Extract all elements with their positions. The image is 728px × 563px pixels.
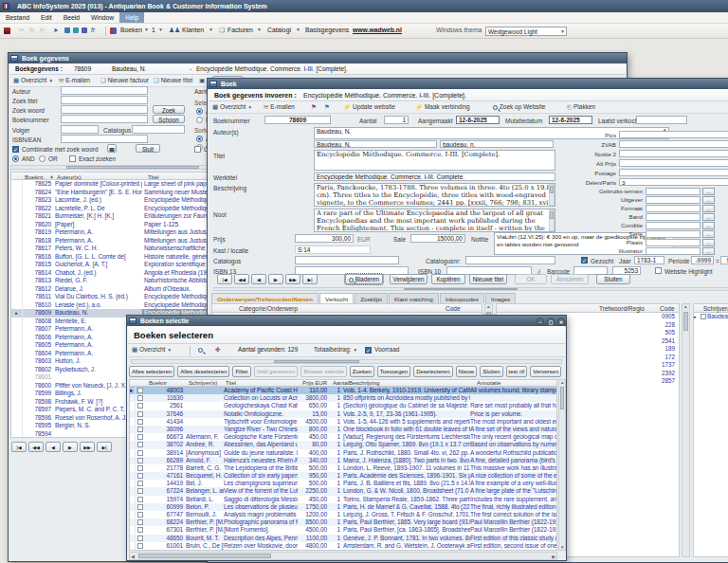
schoon-button[interactable]: Schoon [153,115,185,123]
combinatie-checkbox[interactable] [12,146,19,153]
toolbar-boeken[interactable]: Boeken [120,27,142,33]
nav-fast-prev-button[interactable]: ◀◀ [28,442,44,452]
plakken-button[interactable]: ⎗ Plakken [567,103,595,111]
maximize-button[interactable]: ▢ [547,318,555,325]
isbn-input[interactable] [61,135,148,143]
periode-van-value[interactable]: -9999 [691,256,714,264]
window-titlebar[interactable]: Boeken selectie ─ ▢ ✕ [127,316,566,326]
alle-titels-radio[interactable] [196,108,203,115]
action-button[interactable]: Toevoegen [377,366,410,377]
column-auteur[interactable]: Auteur(s) [57,173,81,180]
table-row[interactable]: 67301 Berthier, P. [M.] [Mont Frumento].… [130,526,556,534]
overzicht-button[interactable]: ▦ Overzicht ▼ [212,103,252,111]
window-icon[interactable] [82,27,87,33]
nieuwe-titel-button[interactable]: ❏ Nieuwe titel [154,77,192,84]
row-checkbox[interactable] [137,536,143,541]
row-checkbox[interactable] [137,395,143,401]
gezocht-checkbox[interactable] [581,257,588,263]
overzicht-button[interactable]: ▦ Overzicht ▼ [13,77,53,84]
nav-fast-next-button[interactable]: ▶▶ [285,274,300,284]
table-row[interactable]: 2561 Geologicheskaya Chast Kabineta ego … [130,402,556,409]
tile-icon[interactable] [73,27,79,33]
website-highlight-checkbox[interactable] [655,267,662,274]
save-icon[interactable]: ▣ [199,77,205,84]
lookup-button[interactable]: ... [702,213,715,221]
flag-icon[interactable]: ⚑ [311,103,317,111]
lijst-vanaf-checkbox[interactable] [194,146,201,153]
trefwoord-vscrollbar[interactable]: ▲ [682,303,690,557]
reference-field-input[interactable] [646,230,701,238]
aantal-value[interactable]: 1 [384,116,409,124]
table-row[interactable]: ▸ 48003 Academy of Pacific Coast History… [130,387,556,394]
cascade-icon[interactable] [64,27,70,33]
table-row[interactable]: 67747 Bernoulli, J. Analysis magni probl… [130,511,556,518]
boeknummer-input[interactable] [61,115,148,123]
column-code[interactable]: Code [446,305,461,312]
exit-icon[interactable] [4,27,10,34]
table-row[interactable]: 47161 Becquerel, H. Collection of six ea… [130,472,556,480]
row-checkbox[interactable] [137,519,143,525]
nav-next-button[interactable]: ▶ [63,442,78,452]
beschrijving-input[interactable]: Paris, Panckoucke, 1783-1788. Three volu… [314,183,555,207]
schrijver-grid[interactable]: ▸ Baudeau, N. [693,313,728,557]
column-titel[interactable]: Titel [226,380,236,386]
lookup-button[interactable]: ... [702,247,715,255]
zoek-op-website-button[interactable]: Zoek op Website [493,103,545,110]
column-categorie[interactable]: Categorie/Onderwerp [239,305,298,312]
toolbar-count[interactable]: 1 [152,27,155,33]
titel-input[interactable]: Encyclopédie Méthodique. Commerce. I-III… [314,150,555,171]
nieuwe-titel-button[interactable]: Nieuwe titel [469,274,507,284]
in-voorraad-radio[interactable] [196,117,203,123]
mutatiedatum-value[interactable]: 12-6-2025 [549,116,592,124]
filter-flower-icon[interactable]: ✤ [215,346,220,354]
action-button[interactable]: Alles deselecteren [177,366,229,377]
or-radio[interactable] [39,155,46,162]
table-row[interactable]: 15974 Bellardi, L. Saggio di ditterologi… [130,496,556,503]
row-checkbox[interactable] [137,512,143,518]
selectie-slider[interactable] [131,359,562,364]
row-checkbox[interactable] [137,497,143,502]
tab[interactable]: Zoeklijst [355,293,388,303]
reference-field-input[interactable] [646,205,701,212]
row-checkbox[interactable] [137,488,143,494]
catalogusnr-input[interactable] [465,256,555,264]
action-button[interactable]: Sluiten [480,366,502,377]
tab[interactable]: Klant matching [389,293,439,303]
chevron-down-icon[interactable]: ▼ [257,27,262,32]
lookup-button[interactable]: ... [702,188,715,195]
verwijderen-button[interactable]: Verwijderen [390,274,428,284]
exact-zoeken-checkbox[interactable] [69,155,76,162]
kast-locatie-value[interactable]: S:14 [295,245,371,254]
reference-field-input[interactable] [646,213,701,221]
nieuwe-factuur-button[interactable]: ❏ Nieuwe factuur [100,77,149,84]
selectie-vscrollbar[interactable]: ▲ ▼ [558,379,566,551]
sluit-button[interactable]: Sluit [136,144,160,153]
toolbar-facturen[interactable]: Facturen [228,27,253,33]
menu-item[interactable]: Edit [35,12,58,23]
reference-field-input[interactable] [646,247,701,255]
table-row[interactable]: 38702 Andree, R. Abessinien, das Alpenla… [130,441,556,448]
noot-input[interactable]: A rare part of the Ultimate Encyclopaedi… [314,209,555,232]
column-boeknr[interactable]: Boeknr [149,380,167,386]
action-button[interactable]: Nieuw [456,366,478,377]
sluiten-button[interactable]: Sluiten [596,274,630,284]
volger-input[interactable] [61,125,99,134]
row-checkbox[interactable] [137,504,143,510]
overzicht-button[interactable]: ▦ Overzicht ▼ [132,346,172,354]
nav-next-button[interactable]: ▶ [268,274,283,284]
theme-select[interactable]: Wedgewood Light ▼ [485,27,567,36]
lookup-button[interactable]: ... [702,239,715,246]
detail-hscrollbar[interactable] [213,287,728,291]
update-website-button[interactable]: ⚡ Update website [343,103,395,111]
column-boeknr[interactable]: Boeknr. [25,173,45,180]
table-row[interactable]: 41434 Tijdschrift voor Entomologie. 4500… [130,418,556,426]
column-trefwoord[interactable]: Trefwoord/Regio [599,305,645,312]
pics-field-input[interactable] [619,159,728,167]
totaalbedrag-label[interactable]: Totaalbedrag: ▼ [314,346,357,353]
search-icon[interactable] [198,346,203,353]
lookup-button[interactable]: ... [702,196,715,204]
auteur-input[interactable] [61,86,148,95]
reference-field-input[interactable] [646,239,701,246]
lookup-button[interactable]: ... [702,222,715,229]
auteur-sort-input[interactable]: baudeau, n. [440,140,554,148]
